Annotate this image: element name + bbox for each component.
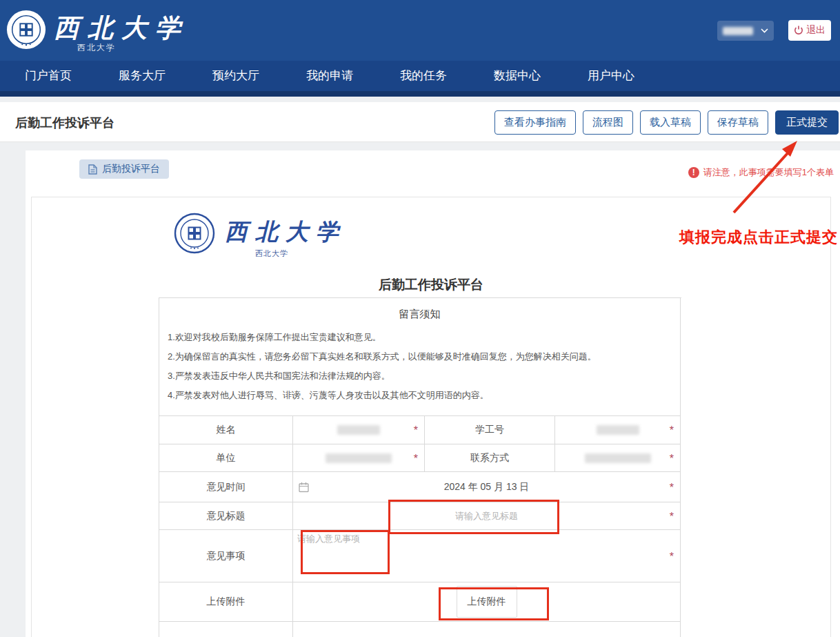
view-guide-button[interactable]: 查看办事指南 bbox=[494, 110, 576, 135]
opinion-date-cell[interactable]: 2024 年 05 月 13 日 * bbox=[293, 472, 681, 502]
upload-attachment-button[interactable]: 上传附件 bbox=[457, 586, 517, 618]
nav-item-home[interactable]: 门户首页 bbox=[1, 58, 95, 94]
nav-item-user-center[interactable]: 用户中心 bbox=[564, 58, 658, 94]
opinion-detail-cell: * bbox=[293, 530, 681, 582]
nav-item-data-center[interactable]: 数据中心 bbox=[470, 58, 564, 94]
university-logo-caption: 西北大学 bbox=[77, 42, 116, 54]
upload-label: 上传附件 bbox=[159, 582, 293, 622]
form-count-alert: ! 请注意，此事项需要填写1个表单 bbox=[688, 166, 834, 179]
load-draft-button[interactable]: 载入草稿 bbox=[640, 110, 701, 135]
contact-value-cell[interactable]: * bbox=[555, 444, 681, 472]
required-mark: * bbox=[670, 550, 674, 562]
form-tab-label: 后勤投诉平台 bbox=[102, 163, 160, 175]
required-mark: * bbox=[670, 452, 674, 464]
notice-title: 留言须知 bbox=[168, 308, 672, 321]
opinion-detail-textarea[interactable] bbox=[297, 533, 568, 577]
redacted-value bbox=[585, 453, 651, 463]
calendar-icon bbox=[299, 482, 309, 492]
required-mark: * bbox=[414, 452, 418, 464]
name-value-cell[interactable]: * bbox=[293, 416, 425, 444]
document-icon bbox=[88, 164, 97, 175]
form-tab[interactable]: 后勤投诉平台 bbox=[79, 159, 169, 179]
user-menu[interactable] bbox=[717, 21, 774, 41]
notice-line: 4.严禁发表对他人进行辱骂、诽谤、污蔑等人身攻击以及其他不文明用语的内容。 bbox=[168, 386, 672, 405]
flowchart-button[interactable]: 流程图 bbox=[583, 110, 633, 135]
alert-text: 请注意，此事项需要填写1个表单 bbox=[703, 166, 834, 179]
opinion-title-label: 意见标题 bbox=[159, 502, 293, 530]
nav-item-reservation-hall[interactable]: 预约大厅 bbox=[189, 58, 283, 94]
page-title: 后勤工作投诉平台 bbox=[15, 115, 114, 131]
university-seal-icon bbox=[6, 10, 46, 50]
opinion-date-label: 意见时间 bbox=[159, 472, 293, 502]
logout-label: 退出 bbox=[806, 24, 826, 37]
toolbar: 查看办事指南 流程图 载入草稿 保存草稿 正式提交 bbox=[494, 110, 839, 135]
content-panel: 后勤投诉平台 ! 请注意，此事项需要填写1个表单 西北大 bbox=[26, 150, 840, 637]
redacted-value bbox=[326, 453, 392, 463]
opinion-title-input[interactable] bbox=[336, 511, 638, 521]
main-nav: 门户首页 服务大厅 预约大厅 我的申请 我的任务 数据中心 用户中心 bbox=[0, 61, 840, 97]
notice-line: 3.严禁发表违反中华人民共和国宪法和法律法规的内容。 bbox=[168, 366, 672, 386]
nav-item-my-applications[interactable]: 我的申请 bbox=[283, 58, 377, 94]
submit-button[interactable]: 正式提交 bbox=[775, 110, 839, 135]
redacted-value bbox=[337, 425, 380, 435]
username-redacted bbox=[723, 27, 753, 35]
required-mark: * bbox=[670, 510, 674, 522]
required-mark: * bbox=[414, 424, 418, 437]
chevron-down-icon bbox=[761, 28, 768, 33]
form-logo-caption: 西北大学 bbox=[255, 248, 288, 259]
form-logo: 西北大学 西北大学 bbox=[174, 213, 346, 254]
opinion-title-cell: * bbox=[293, 502, 681, 530]
top-header: 西北大学 西北大学 退出 bbox=[0, 0, 840, 61]
app-window: 西北大学 西北大学 退出 门户首页 服务大厅 预约大厅 我的申请 我的任务 数据… bbox=[0, 0, 840, 637]
redacted-value bbox=[597, 425, 639, 435]
required-mark: * bbox=[670, 424, 674, 437]
notice-line: 2.为确保留言的真实性，请您务必留下真实姓名和联系方式，以便能够及时准确回复您，… bbox=[168, 347, 672, 366]
alert-icon: ! bbox=[688, 167, 699, 178]
contact-label: 联系方式 bbox=[425, 444, 555, 472]
nav-item-service-hall[interactable]: 服务大厅 bbox=[95, 58, 189, 94]
empty-row-value-cell bbox=[293, 622, 681, 637]
power-icon bbox=[794, 26, 803, 35]
staff-id-label: 学工号 bbox=[425, 416, 555, 444]
opinion-detail-label: 意见事项 bbox=[159, 530, 293, 582]
unit-value-cell[interactable]: * bbox=[293, 444, 425, 472]
empty-row-label-cell bbox=[159, 622, 293, 637]
save-draft-button[interactable]: 保存草稿 bbox=[708, 110, 768, 135]
nav-item-my-tasks[interactable]: 我的任务 bbox=[377, 58, 470, 94]
form-title: 后勤工作投诉平台 bbox=[32, 276, 830, 294]
staff-id-value-cell[interactable]: * bbox=[555, 416, 681, 444]
notice-section: 留言须知 1.欢迎对我校后勤服务保障工作提出宝贵建议和意见。 2.为确保留言的真… bbox=[159, 298, 681, 416]
title-bar: 后勤工作投诉平台 查看办事指南 流程图 载入草稿 保存草稿 正式提交 bbox=[0, 102, 840, 142]
unit-label: 单位 bbox=[159, 444, 293, 472]
notice-line: 1.欢迎对我校后勤服务保障工作提出宝贵建议和意见。 bbox=[168, 328, 672, 347]
university-seal-icon bbox=[174, 213, 215, 254]
required-mark: * bbox=[670, 481, 674, 493]
logout-button[interactable]: 退出 bbox=[788, 20, 831, 41]
name-label: 姓名 bbox=[159, 416, 293, 444]
university-logo-text: 西北大学 bbox=[54, 11, 189, 46]
opinion-date-value: 2024 年 05 月 13 日 bbox=[444, 481, 530, 493]
form-container: 西北大学 西北大学 后勤工作投诉平台 留言须知 1.欢迎对我校后勤服务保障工作提… bbox=[31, 197, 831, 637]
form-table: 留言须知 1.欢迎对我校后勤服务保障工作提出宝贵建议和意见。 2.为确保留言的真… bbox=[159, 297, 681, 637]
upload-cell: 上传附件 bbox=[293, 582, 681, 622]
